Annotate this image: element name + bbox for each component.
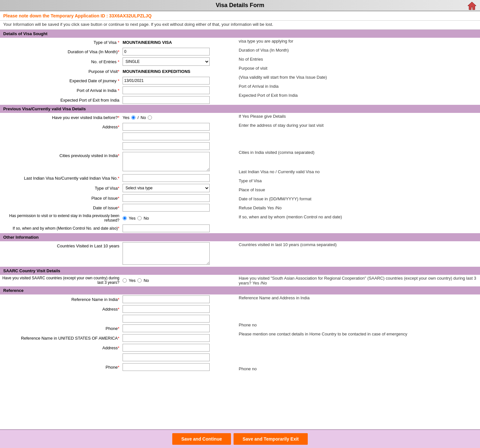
visa-sought-section: Type of Visa * MOUNTAINEERING VISA Durat… <box>0 38 480 105</box>
duration-input[interactable] <box>123 48 210 55</box>
permission-no-radio[interactable] <box>137 216 142 220</box>
visa-no-row: Last Indian Visa No/Currently valid Indi… <box>0 173 235 183</box>
ref-phone-usa-input[interactable] <box>123 363 210 371</box>
place-issue-container <box>123 194 235 202</box>
date-journey-label: Expected Date of journey * <box>0 78 123 83</box>
ref-phone-input[interactable] <box>123 324 210 332</box>
saarc-no-label: No <box>144 278 149 283</box>
hint-cities: Cities in India visited (comma separated… <box>239 149 480 168</box>
visited-yes-radio[interactable] <box>131 115 135 120</box>
permission-no-label: No <box>144 216 149 221</box>
control-row: If so, when and by whom (Mention Control… <box>0 224 235 233</box>
visited-yes-label: Yes <box>123 115 129 120</box>
ref-name-india-container <box>123 295 235 303</box>
prev-visa-type-select[interactable]: Select visa type Tourist Business Medica… <box>123 184 210 192</box>
place-issue-row: Place of Issue* <box>0 193 235 203</box>
ref-phone-usa-container <box>123 363 235 371</box>
ref-address-input1[interactable] <box>123 305 210 313</box>
visa-no-input[interactable] <box>123 174 210 182</box>
exit-input[interactable] <box>123 96 210 104</box>
visited-no-radio[interactable] <box>148 115 152 120</box>
ref-address-usa-label: Address* <box>0 345 123 350</box>
arrival-input[interactable] <box>123 86 210 94</box>
control-input-container <box>123 224 235 232</box>
permission-yes-label: Yes <box>129 216 135 221</box>
saarc-label: Have you visited SAARC countries (except… <box>0 276 123 285</box>
address-label: Address* <box>0 124 123 129</box>
date-journey-input[interactable] <box>123 77 210 85</box>
entries-label: No. of Entries * <box>0 59 123 64</box>
prev-visa-type-container: Select visa type Tourist Business Medica… <box>123 184 235 192</box>
ref-address-usa-row1: Address* <box>0 343 235 353</box>
section-other-info-header: Other Information <box>0 233 480 241</box>
save-continue-button[interactable]: Save and Continue <box>172 433 231 445</box>
place-issue-input[interactable] <box>123 194 210 202</box>
cities-label: Cities previously visited in India* <box>0 152 123 158</box>
type-of-visa-label: Type of Visa * <box>0 40 123 45</box>
visa-no-input-container <box>123 174 235 182</box>
ref-address-label: Address* <box>0 307 123 312</box>
address-row1: Address* <box>0 122 235 132</box>
date-journey-row: Expected Date of journey * <box>0 76 235 85</box>
prev-visa-type-row: Type of Visa* Select visa type Tourist B… <box>0 183 235 193</box>
exit-input-container <box>123 96 235 104</box>
type-of-visa-row: Type of Visa * MOUNTAINEERING VISA <box>0 38 235 47</box>
ref-name-usa-row: Reference Name in UNITED STATES OF AMERI… <box>0 333 235 343</box>
permission-yes-radio[interactable] <box>123 216 127 220</box>
hint-purpose: Purpose of visit <box>239 65 480 74</box>
hint-duration: Duration of Visa (In Month) <box>239 47 480 56</box>
hint-arrival: Port of Arrival in India <box>239 83 480 92</box>
place-issue-label: Place of Issue* <box>0 196 123 201</box>
countries-input[interactable] <box>123 242 210 265</box>
hint-permission: Refuse Details Yes /No <box>239 204 480 214</box>
ref-name-usa-container <box>123 334 235 342</box>
ref-phone-usa-label: Phone* <box>0 365 123 370</box>
visited-india-label: Have you ever visited India before?* <box>0 115 123 120</box>
cities-input[interactable] <box>123 152 210 171</box>
temp-id-bar: Please note down the Temporary Applicati… <box>0 11 480 21</box>
section-reference-header: Reference <box>0 286 480 294</box>
exit-label: Expected Port of Exit from India <box>0 98 123 103</box>
date-issue-label: Date of Issue* <box>0 205 123 210</box>
ref-address-usa-input1[interactable] <box>123 344 210 352</box>
hint-visa-type: Type of Visa <box>239 177 480 186</box>
address-input1-container <box>123 123 235 131</box>
visited-india-row: Have you ever visited India before?* Yes… <box>0 113 235 122</box>
countries-label: Countries Visited in Last 10 years <box>0 242 123 248</box>
saarc-section: Have you visited SAARC countries (except… <box>0 275 480 286</box>
saarc-no-radio[interactable] <box>137 278 142 283</box>
permission-label: Has permission to visit or to extend sta… <box>0 214 123 223</box>
address-input1[interactable] <box>123 123 210 131</box>
save-exit-button[interactable]: Save and Temporarily Exit <box>234 433 308 445</box>
entries-select[interactable]: SINGLE DOUBLE MULTIPLE <box>123 57 210 66</box>
prev-visa-type-label: Type of Visa* <box>0 186 123 191</box>
arrival-input-container <box>123 86 235 94</box>
duration-row: Duration of Visa (In Month)* <box>0 47 235 56</box>
saarc-hints: Have you visited "South Asian Associatio… <box>235 275 480 286</box>
address-input2[interactable] <box>123 133 210 140</box>
ref-name-usa-input[interactable] <box>123 334 210 342</box>
entries-row: No. of Entries * SINGLE DOUBLE MULTIPLE <box>0 56 235 67</box>
temp-id-label: Please note down the Temporary Applicati… <box>3 13 108 18</box>
ref-phone-row: Phone* <box>0 324 235 333</box>
ref-phone-usa-row: Phone* <box>0 362 235 372</box>
saarc-yes-radio[interactable] <box>123 278 127 283</box>
ref-name-india-input[interactable] <box>123 295 210 303</box>
ref-address-input2[interactable] <box>123 315 210 323</box>
home-icon[interactable] <box>467 1 477 10</box>
address-input3[interactable] <box>123 142 210 150</box>
prev-visa-section: Have you ever visited India before?* Yes… <box>0 113 480 233</box>
ref-name-usa-label: Reference Name in UNITED STATES OF AMERI… <box>0 336 123 341</box>
hint-saarc: Have you visited "South Asian Associatio… <box>239 275 480 286</box>
ref-address-usa-input2[interactable] <box>123 353 210 361</box>
date-issue-input[interactable] <box>123 204 210 212</box>
page-header: Visa Details Form <box>0 0 480 11</box>
visited-india-input: Yes / No <box>123 115 235 120</box>
hint-place: Place of Issue <box>239 186 480 195</box>
permission-row: Has permission to visit or to extend sta… <box>0 213 235 224</box>
control-input[interactable] <box>123 224 210 232</box>
permission-input: Yes No <box>123 216 235 221</box>
date-issue-container <box>123 204 235 212</box>
ref-name-india-row: Reference Name in India* <box>0 294 235 304</box>
hint-visa-no: Last Indian Visa no / Currently valid Vi… <box>239 168 480 177</box>
